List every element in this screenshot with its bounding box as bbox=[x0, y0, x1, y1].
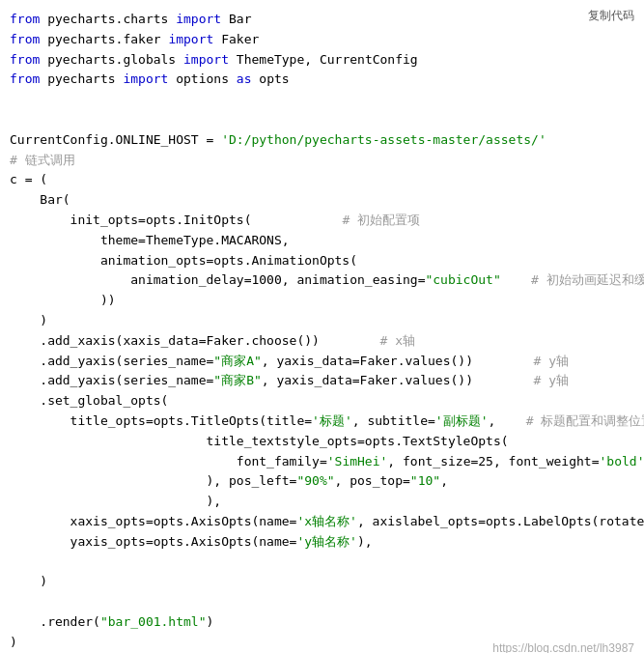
copy-button[interactable]: 复制代码 bbox=[588, 8, 634, 24]
code-container: 复制代码 from pyecharts.charts import Bar fr… bbox=[0, 0, 644, 653]
code-block: from pyecharts.charts import Bar from py… bbox=[10, 10, 644, 653]
watermark: https://blog.csdn.net/lh3987 bbox=[492, 641, 634, 654]
